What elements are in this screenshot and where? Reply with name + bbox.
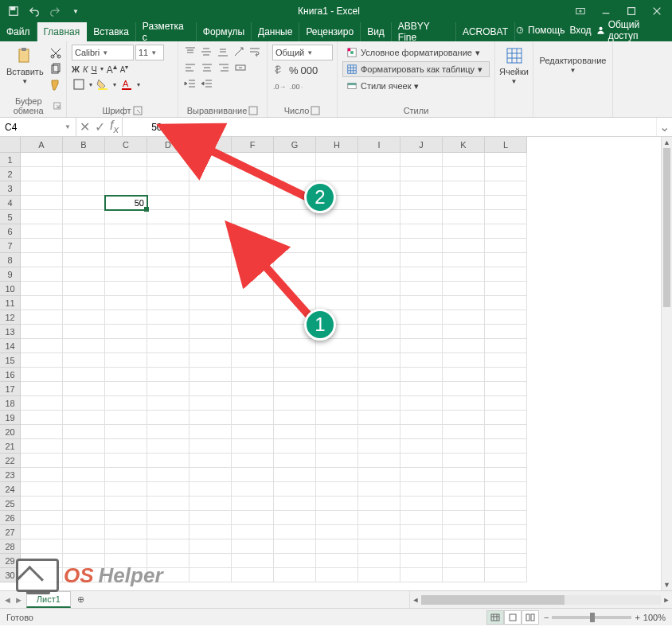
- cell[interactable]: [358, 382, 400, 396]
- cell[interactable]: [232, 568, 274, 582]
- format-as-table-button[interactable]: Форматировать как таблицу▾: [342, 61, 490, 77]
- cell[interactable]: [105, 482, 147, 497]
- cell[interactable]: 50: [105, 196, 147, 210]
- cell[interactable]: [316, 382, 358, 396]
- cell[interactable]: [63, 153, 105, 167]
- cell[interactable]: [147, 353, 189, 368]
- cell[interactable]: [400, 253, 443, 267]
- cell[interactable]: [274, 482, 316, 497]
- formula-input[interactable]: 50: [123, 118, 656, 136]
- new-sheet-icon[interactable]: ⊕: [71, 591, 91, 608]
- cell[interactable]: [147, 167, 189, 181]
- cell[interactable]: [189, 411, 232, 425]
- decrease-indent-icon[interactable]: [183, 76, 197, 91]
- cell[interactable]: [147, 267, 189, 282]
- cell[interactable]: [400, 196, 443, 210]
- cell[interactable]: [316, 568, 358, 582]
- cell[interactable]: [105, 497, 147, 511]
- cell[interactable]: [358, 511, 400, 525]
- cell[interactable]: [232, 196, 274, 210]
- cell[interactable]: [274, 210, 316, 224]
- cell[interactable]: [443, 511, 485, 525]
- cell[interactable]: [189, 181, 232, 196]
- cell[interactable]: [358, 411, 400, 425]
- cell[interactable]: [274, 368, 316, 382]
- cell[interactable]: [189, 224, 232, 239]
- row-header[interactable]: 25: [0, 497, 21, 511]
- cell[interactable]: [400, 339, 443, 353]
- row-header[interactable]: 14: [0, 339, 21, 353]
- share-button[interactable]: Общий доступ: [596, 19, 667, 41]
- cell[interactable]: [485, 181, 527, 196]
- cell[interactable]: [443, 224, 485, 239]
- cell[interactable]: [274, 239, 316, 253]
- border-icon[interactable]: [72, 77, 86, 92]
- cell[interactable]: [21, 196, 63, 210]
- cell[interactable]: [316, 411, 358, 425]
- row-header[interactable]: 20: [0, 425, 21, 439]
- cell[interactable]: [274, 196, 316, 210]
- cell[interactable]: [443, 339, 485, 353]
- cell[interactable]: [485, 353, 527, 368]
- row-header[interactable]: 16: [0, 368, 21, 382]
- cell[interactable]: [21, 296, 63, 310]
- row-header[interactable]: 17: [0, 382, 21, 396]
- cell[interactable]: [358, 539, 400, 554]
- cell[interactable]: [21, 439, 63, 454]
- col-header[interactable]: E: [189, 137, 232, 153]
- maximize-icon[interactable]: [619, 2, 643, 20]
- cell[interactable]: [105, 525, 147, 539]
- col-header[interactable]: H: [316, 137, 358, 153]
- row-header[interactable]: 13: [0, 325, 21, 339]
- cell[interactable]: [316, 224, 358, 239]
- cell[interactable]: [316, 454, 358, 468]
- cell[interactable]: [485, 411, 527, 425]
- cell[interactable]: [21, 267, 63, 282]
- cell[interactable]: [232, 396, 274, 411]
- cell[interactable]: [147, 454, 189, 468]
- cell[interactable]: [147, 382, 189, 396]
- cell[interactable]: [274, 411, 316, 425]
- cell[interactable]: [21, 396, 63, 411]
- cell[interactable]: [358, 224, 400, 239]
- cell[interactable]: [485, 554, 527, 568]
- cell[interactable]: [400, 210, 443, 224]
- cell[interactable]: [21, 339, 63, 353]
- cell[interactable]: [274, 153, 316, 167]
- cell[interactable]: [274, 468, 316, 482]
- cell[interactable]: [400, 568, 443, 582]
- cell[interactable]: [485, 325, 527, 339]
- tab-acrobat[interactable]: ACROBAT: [456, 22, 515, 41]
- redo-icon[interactable]: [46, 2, 64, 20]
- row-header[interactable]: 6: [0, 224, 21, 239]
- col-header[interactable]: L: [485, 137, 527, 153]
- cell[interactable]: [274, 497, 316, 511]
- cell[interactable]: [443, 554, 485, 568]
- close-icon[interactable]: [645, 2, 669, 20]
- cell[interactable]: [232, 497, 274, 511]
- cell[interactable]: [63, 267, 105, 282]
- cell[interactable]: [21, 382, 63, 396]
- cell[interactable]: [63, 325, 105, 339]
- row-header[interactable]: 28: [0, 539, 21, 554]
- cell[interactable]: [63, 339, 105, 353]
- cell[interactable]: [443, 396, 485, 411]
- cell[interactable]: [232, 310, 274, 325]
- enter-formula-icon[interactable]: ✓: [95, 119, 105, 134]
- cell[interactable]: [358, 210, 400, 224]
- cell[interactable]: [316, 482, 358, 497]
- cell[interactable]: [232, 353, 274, 368]
- row-header[interactable]: 1: [0, 153, 21, 167]
- cell[interactable]: [358, 468, 400, 482]
- cell[interactable]: [147, 181, 189, 196]
- row-header[interactable]: 7: [0, 239, 21, 253]
- cell[interactable]: [63, 224, 105, 239]
- cell[interactable]: [147, 482, 189, 497]
- fx-icon[interactable]: fx: [110, 119, 119, 135]
- cell[interactable]: [274, 167, 316, 181]
- row-header[interactable]: 10: [0, 282, 21, 296]
- cell[interactable]: [189, 282, 232, 296]
- cell[interactable]: [316, 210, 358, 224]
- cell[interactable]: [358, 482, 400, 497]
- cell[interactable]: [21, 411, 63, 425]
